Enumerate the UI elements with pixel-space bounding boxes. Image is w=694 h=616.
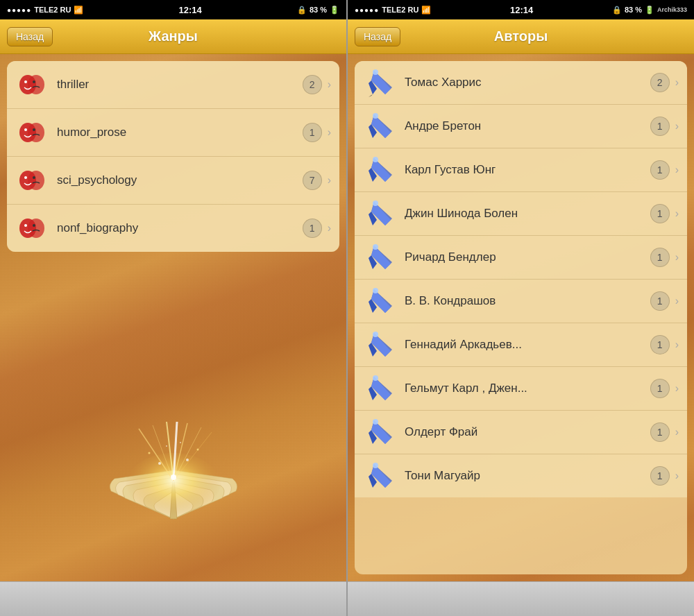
svg-point-9 [28, 171, 44, 190]
list-item[interactable]: Геннадий Аркадьев... 1 › [355, 323, 687, 367]
genre-badge-thriller: 2 [303, 75, 322, 94]
list-item[interactable]: Андре Бретон 1 › [355, 105, 687, 148]
svg-point-32 [373, 113, 378, 119]
chevron-icon-nonf: › [328, 222, 331, 234]
author-label-9: Олдерт Фрай [405, 425, 650, 439]
list-item[interactable]: sci_psychology 7 › [7, 157, 339, 205]
nav-bar-left: Назад Жанры [0, 19, 346, 54]
author-badge-2: 1 [650, 117, 670, 136]
archik-label: Archik333 [657, 6, 687, 13]
battery-bar-left: 🔋 [330, 6, 339, 15]
author-label-8: Гельмут Карл , Джен... [405, 382, 650, 395]
status-left: ●●●●● TELE2 RU 📶 [7, 6, 83, 15]
list-item[interactable]: humor_prose 1 › [7, 109, 339, 157]
svg-point-7 [33, 128, 35, 131]
carrier-left: TELE2 RU [34, 6, 71, 14]
chevron-icon-6: › [675, 295, 679, 307]
status-right-left: 🔒 83 % 🔋 [297, 6, 339, 15]
list-item[interactable]: Ричард Бендлер 1 › [355, 236, 687, 280]
battery-icon-right: 🔒 [612, 6, 622, 15]
back-button-right[interactable]: Назад [355, 27, 400, 46]
chevron-icon-8: › [675, 382, 679, 395]
svg-point-35 [373, 244, 378, 250]
page-title-right: Авторы [494, 28, 548, 44]
content-area-right: Томас Харрис 2 › Андре Бретон 1 › [348, 54, 694, 581]
status-right-right: 🔒 83 % 🔋 Archik333 [612, 6, 687, 15]
signal-dots: ●●●●● [7, 6, 31, 14]
book-illustration [97, 422, 250, 540]
list-item[interactable]: Джин Шинода Болен 1 › [355, 192, 687, 236]
svg-point-30 [180, 442, 181, 443]
svg-point-33 [373, 157, 378, 162]
genre-badge-humor: 1 [303, 123, 322, 142]
svg-point-27 [148, 452, 150, 454]
author-badge-9: 1 [650, 422, 670, 442]
genre-label-nonf: nonf_biography [57, 221, 303, 235]
list-item[interactable]: Тони Магуайр 1 › [355, 454, 687, 497]
status-left-right: ●●●●● TELE2 RU 📶 [355, 6, 431, 15]
content-area-left: thriller 2 › humor_prose 1 [0, 54, 346, 581]
svg-point-11 [33, 176, 35, 179]
author-label-10: Тони Магуайр [405, 469, 650, 483]
genre-label-thriller: thriller [57, 78, 303, 92]
list-item[interactable]: Гельмут Карл , Джен... 1 › [355, 367, 687, 411]
svg-point-34 [373, 200, 378, 206]
svg-point-26 [186, 459, 189, 461]
back-button-left[interactable]: Назад [7, 27, 53, 46]
svg-point-37 [373, 332, 378, 337]
chevron-icon-3: › [675, 164, 679, 176]
svg-point-1 [28, 75, 44, 94]
author-icon-5 [363, 241, 396, 274]
list-item[interactable]: В. В. Кондрашов 1 › [355, 280, 687, 323]
genre-list: thriller 2 › humor_prose 1 [7, 61, 339, 252]
svg-point-14 [24, 224, 27, 227]
list-item[interactable]: Олдерт Фрай 1 › [355, 411, 687, 454]
author-label-2: Андре Бретон [405, 119, 650, 133]
chevron-icon-1: › [675, 76, 679, 89]
book-svg [97, 422, 250, 540]
author-label-3: Карл Густав Юнг [405, 163, 650, 177]
left-panel: ●●●●● TELE2 RU 📶 12:14 🔒 83 % 🔋 Назад Жа… [0, 0, 346, 616]
author-icon-1 [363, 66, 396, 99]
genre-icon-nonf [15, 212, 49, 245]
carrier-right: TELE2 RU [382, 6, 418, 14]
chevron-icon-thriller: › [328, 78, 331, 91]
author-icon-6 [363, 284, 396, 318]
genre-label-sci: sci_psychology [57, 173, 303, 187]
list-item[interactable]: Томас Харрис 2 › [355, 61, 687, 105]
list-item[interactable]: nonf_biography 1 › [7, 205, 339, 252]
svg-point-13 [28, 219, 44, 238]
author-badge-10: 1 [650, 466, 670, 486]
genre-label-humor: humor_prose [57, 126, 303, 139]
author-icon-9 [363, 416, 396, 449]
author-icon-8 [363, 372, 396, 405]
author-badge-1: 2 [650, 73, 670, 92]
list-item[interactable]: thriller 2 › [7, 61, 339, 109]
battery-pct-right: 83 % [625, 6, 642, 14]
chevron-icon-sci: › [328, 174, 331, 187]
svg-point-40 [373, 463, 378, 468]
svg-point-10 [24, 176, 27, 179]
battery-pct-left: 83 % [310, 6, 327, 14]
author-badge-6: 1 [650, 291, 670, 311]
genre-badge-sci: 7 [303, 171, 322, 190]
right-panel: ●●●●● TELE2 RU 📶 12:14 🔒 83 % 🔋 Archik33… [348, 0, 694, 616]
author-list: Томас Харрис 2 › Андре Бретон 1 › [355, 61, 687, 574]
chevron-icon-humor: › [328, 126, 331, 139]
time-left: 12:14 [179, 5, 202, 15]
list-item[interactable]: Карл Густав Юнг 1 › [355, 148, 687, 192]
svg-point-24 [171, 474, 176, 480]
author-label-5: Ричард Бендлер [405, 250, 650, 264]
wifi-icon-right: 📶 [421, 6, 431, 15]
author-badge-5: 1 [650, 248, 670, 267]
author-badge-7: 1 [650, 335, 670, 354]
author-label-7: Геннадий Аркадьев... [405, 338, 650, 352]
author-icon-3 [363, 153, 396, 187]
battery-bar-right: 🔋 [645, 6, 654, 15]
svg-point-36 [373, 288, 378, 293]
svg-point-29 [166, 445, 167, 447]
svg-point-6 [24, 128, 27, 131]
chevron-icon-10: › [675, 470, 679, 482]
author-badge-8: 1 [650, 379, 670, 398]
author-icon-10 [363, 459, 396, 493]
